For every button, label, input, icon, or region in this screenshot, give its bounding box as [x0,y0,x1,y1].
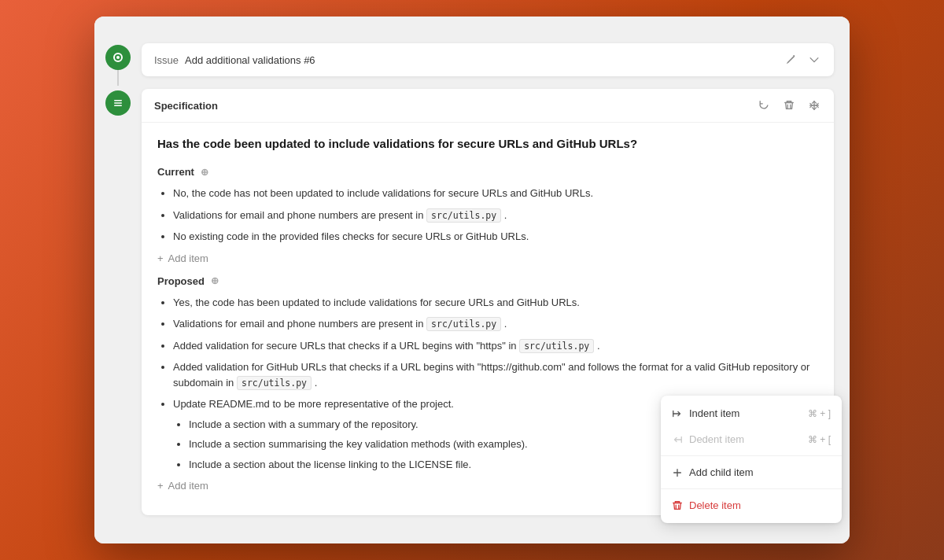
svg-point-1 [116,56,120,59]
proposed-item-4: Added validation for GitHub URLs that ch… [173,359,818,390]
add-child-option[interactable]: Add child item [661,459,842,485]
indent-icon [672,408,683,419]
current-item-1: No, the code has not been updated to inc… [173,186,818,201]
svg-rect-3 [114,102,122,104]
current-item-2: Validations for email and phone numbers … [173,208,818,223]
issue-label: Issue [154,54,179,66]
proposed-code-2: src/utils.py [519,339,594,353]
delete-button[interactable] [782,98,796,112]
proposed-item-1: Yes, the code has been updated to includ… [173,295,818,311]
current-move-icon[interactable]: ⊕ [201,167,208,178]
current-item-3: No existing code in the provided files c… [173,229,818,245]
context-menu: Indent item ⌘ + ] Dedent item ⌘ + [ [661,396,842,523]
issue-timeline-dot [105,45,131,70]
move-button[interactable] [807,98,821,112]
current-code-1: src/utils.py [426,208,501,223]
menu-divider-1 [661,455,842,456]
proposed-code-1: src/utils.py [426,317,501,331]
svg-rect-2 [114,100,122,101]
refresh-button[interactable] [757,98,771,112]
issue-title: Add additional validations #6 [185,54,315,66]
proposed-item-3: Added validation for secure URLs that ch… [173,338,818,354]
spec-question: Has the code been updated to include val… [157,135,818,152]
spec-timeline-dot [105,90,131,116]
dedent-item-option: Dedent item ⌘ + [ [661,426,842,452]
edit-button[interactable] [784,53,798,67]
indent-item-option[interactable]: Indent item ⌘ + ] [661,400,842,426]
spec-actions [757,98,821,112]
current-list: No, the code has not been updated to inc… [157,186,818,245]
expand-button[interactable] [807,53,821,67]
proposed-section-label: Proposed ⊕ [157,275,818,287]
dedent-shortcut: ⌘ + [ [808,434,831,445]
issue-actions [784,53,821,67]
proposed-move-icon[interactable]: ⊕ [211,275,219,286]
dedent-icon [672,434,683,445]
spec-title: Specification [154,100,218,112]
current-add-item[interactable]: + Add item [157,252,818,264]
add-child-icon [672,467,683,478]
delete-item-option[interactable]: Delete item [661,492,842,518]
proposed-code-3: src/utils.py [237,376,312,390]
proposed-item-2: Validations for email and phone numbers … [173,316,818,332]
delete-icon [672,500,683,511]
current-section-label: Current ⊕ [157,166,818,178]
menu-divider-2 [661,488,842,489]
indent-shortcut: ⌘ + ] [808,408,831,419]
svg-rect-4 [114,105,122,107]
spec-header: Specification [142,89,834,123]
